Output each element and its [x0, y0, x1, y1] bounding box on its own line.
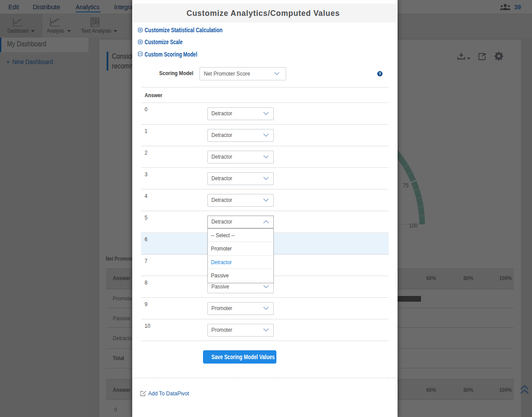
svg-text:?: ? [379, 71, 381, 76]
